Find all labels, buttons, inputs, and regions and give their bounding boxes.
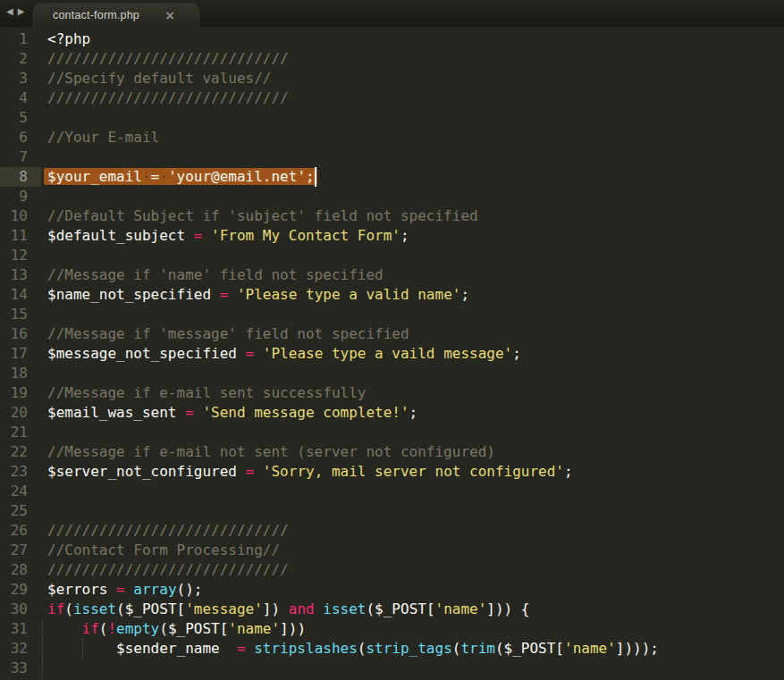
code-line-9[interactable]: 9 (0, 187, 784, 206)
code-line-6[interactable]: 6//Your E-mail (0, 128, 784, 147)
code-line-7[interactable]: 7 (0, 147, 784, 167)
token: = (246, 345, 255, 362)
code-line-3[interactable]: 3//Specify default values// (0, 69, 784, 88)
code-line-10[interactable]: 10//Default Subject if 'subject' field n… (0, 206, 784, 226)
token: (); (177, 581, 203, 598)
code-text: if(isset($_POST['message']) and isset($_… (47, 600, 784, 619)
token (315, 600, 324, 617)
tab-contact-form-php[interactable]: contact-form.php × (33, 3, 199, 27)
code-line-25[interactable]: 25 (0, 501, 784, 521)
line-number: 22 (0, 442, 41, 462)
token: stripslashes (254, 640, 358, 657)
code-line-11[interactable]: 11$default_subject = 'From My Contact Fo… (0, 226, 784, 246)
line-number: 24 (0, 482, 41, 501)
token: //Message if 'name' field not specified (47, 266, 384, 283)
code-line-26[interactable]: 26//////////////////////////// (0, 521, 784, 541)
token: = (185, 404, 194, 421)
token: strip_tags (366, 640, 451, 657)
token: = (151, 168, 160, 185)
code-line-33[interactable]: 33 (0, 659, 784, 678)
code-line-23[interactable]: 23$server_not_configured = 'Sorry, mail … (0, 462, 784, 482)
token: · (142, 168, 151, 185)
code-line-2[interactable]: 2//////////////////////////// (0, 49, 784, 69)
code-line-4[interactable]: 4//////////////////////////// (0, 88, 784, 108)
line-number: 8 (0, 167, 41, 187)
token (254, 345, 263, 362)
code-line-12[interactable]: 12 (0, 246, 784, 265)
code-text: //Specify default values// (47, 69, 784, 88)
code-text (47, 501, 784, 521)
code-line-29[interactable]: 29$errors = array(); (0, 580, 784, 600)
code-line-19[interactable]: 19//Message if e-mail sent successfully (0, 383, 784, 403)
code-text: //Your E-mail (47, 128, 784, 147)
code-line-30[interactable]: 30if(isset($_POST['message']) and isset(… (0, 600, 784, 619)
code-text: //Contact Form Processing// (47, 541, 784, 560)
tab-bar: ◀ ▶ contact-form.php × (0, 0, 784, 27)
code-line-20[interactable]: 20$email_was_sent = 'Send message comple… (0, 403, 784, 423)
line-number: 13 (0, 265, 41, 285)
token: //////////////////////////// (47, 89, 289, 106)
forward-icon[interactable]: ▶ (18, 5, 25, 18)
token: //////////////////////////// (47, 561, 289, 578)
token: $default_subject (47, 227, 194, 244)
token: 'name' (564, 640, 616, 657)
line-number: 32 (0, 639, 41, 659)
token: = (220, 286, 229, 303)
line-number: 18 (0, 364, 41, 383)
code-text: //////////////////////////// (47, 49, 784, 69)
code-text: //////////////////////////// (47, 88, 784, 108)
token: = (237, 640, 246, 657)
line-number: 33 (0, 659, 41, 678)
code-line-28[interactable]: 28//////////////////////////// (0, 560, 784, 580)
code-line-21[interactable]: 21 (0, 423, 784, 442)
code-text (47, 482, 784, 501)
code-text: $message_not_specified = 'Please type a … (47, 344, 784, 364)
code-line-18[interactable]: 18 (0, 364, 784, 383)
code-text (47, 659, 784, 678)
line-number: 19 (0, 383, 41, 403)
token: ]) (263, 600, 289, 617)
token: 'Send message complete!' (202, 404, 409, 421)
token: 'From My Contact Form' (211, 227, 400, 244)
code-line-5[interactable]: 5 (0, 108, 784, 128)
code-line-16[interactable]: 16//Message if 'message' field not speci… (0, 324, 784, 344)
token: 'Please type a valid name' (237, 286, 460, 303)
code-line-22[interactable]: 22//Message if e-mail not sent (server n… (0, 442, 784, 462)
token: //Message if e-mail not sent (server not… (47, 443, 495, 460)
line-number: 20 (0, 403, 41, 423)
token (194, 404, 203, 421)
token: ; (512, 345, 521, 362)
token: and (289, 600, 315, 617)
code-text (47, 364, 784, 383)
line-number: 5 (0, 108, 41, 128)
token: isset (73, 600, 116, 617)
token: //////////////////////////// (47, 50, 289, 67)
code-line-24[interactable]: 24 (0, 482, 784, 501)
token: ; (564, 463, 573, 480)
token: ($_POST[ (366, 600, 434, 617)
code-line-14[interactable]: 14$name_not_specified = 'Please type a v… (0, 285, 784, 305)
line-number: 17 (0, 344, 41, 364)
token: ($_POST[ (116, 600, 185, 617)
line-number: 7 (0, 147, 41, 167)
token: $name_not_specified (47, 286, 220, 303)
code-editor[interactable]: 1<?php2////////////////////////////3//Sp… (0, 27, 784, 680)
code-line-15[interactable]: 15 (0, 305, 784, 324)
code-line-32[interactable]: 32 $sender_name = stripslashes(strip_tag… (0, 639, 784, 659)
code-line-27[interactable]: 27//Contact Form Processing// (0, 541, 784, 560)
nav-arrows: ◀ ▶ (6, 5, 24, 18)
token: 'name' (435, 600, 487, 617)
code-line-8[interactable]: 8$your_email·=·'your@email.net'; (0, 167, 784, 187)
token: $your_email (47, 168, 142, 185)
token: ! (107, 620, 116, 637)
code-line-17[interactable]: 17$message_not_specified = 'Please type … (0, 344, 784, 364)
tab-close-icon[interactable]: × (164, 9, 175, 21)
code-line-31[interactable]: 31 if(!empty($_POST['name'])) (0, 619, 784, 639)
text-cursor (315, 167, 316, 187)
token: ( (452, 640, 461, 657)
back-icon[interactable]: ◀ (6, 5, 13, 18)
code-line-1[interactable]: 1<?php (0, 29, 784, 49)
code-line-13[interactable]: 13//Message if 'name' field not specifie… (0, 265, 784, 285)
code-text: $server_not_configured = 'Sorry, mail se… (47, 462, 784, 482)
token: //Message if e-mail sent successfully (47, 384, 366, 401)
